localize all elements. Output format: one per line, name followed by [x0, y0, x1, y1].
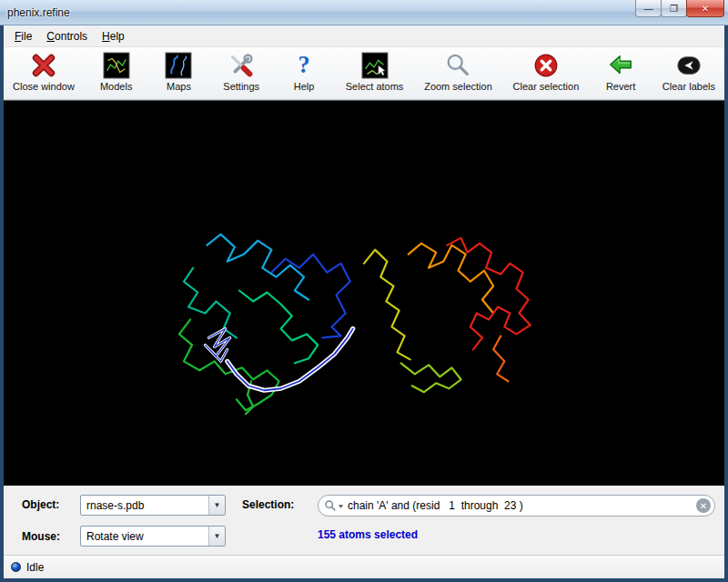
toolbar: Close window Models	[4, 47, 724, 100]
tool-label: Select atoms	[346, 81, 404, 92]
mouse-label: Mouse:	[22, 530, 60, 543]
select-atoms-icon	[360, 51, 389, 80]
help-button[interactable]: ? Help	[283, 51, 325, 92]
tool-label: Settings	[223, 81, 259, 92]
close-window-icon	[29, 51, 58, 80]
tool-label: Maps	[167, 81, 191, 92]
menu-bar: File Controls Help	[4, 25, 724, 47]
phenix-refine-window: phenix.refine — ❐ ✕ File Controls Help	[0, 0, 728, 582]
menu-controls[interactable]: Controls	[39, 27, 95, 45]
object-dropdown[interactable]: rnase-s.pdb ▼	[80, 495, 226, 516]
selection-input[interactable]	[344, 499, 696, 512]
menu-help[interactable]: Help	[95, 27, 132, 45]
status-text: Idle	[26, 561, 44, 574]
help-icon: ?	[289, 51, 318, 80]
clear-labels-icon	[674, 51, 703, 80]
tool-label: Clear labels	[662, 81, 715, 92]
maps-icon	[164, 51, 193, 80]
control-panel: Object: rnase-s.pdb ▼ Selection: ✕ Mouse…	[4, 486, 724, 555]
object-label: Object:	[22, 498, 59, 511]
models-icon	[102, 51, 131, 80]
select-atoms-button[interactable]: Select atoms	[346, 51, 404, 92]
maps-button[interactable]: Maps	[157, 51, 199, 92]
mouse-mode-dropdown[interactable]: Rotate view ▼	[80, 526, 226, 547]
minimize-button[interactable]: —	[635, 0, 662, 17]
revert-icon	[606, 51, 635, 80]
search-icon[interactable]	[324, 499, 344, 512]
selection-searchbox: ✕	[318, 495, 715, 517]
maximize-button[interactable]: ❐	[661, 0, 687, 17]
clear-input-icon[interactable]: ✕	[696, 498, 711, 513]
tool-label: Close window	[13, 81, 75, 92]
revert-button[interactable]: Revert	[600, 51, 642, 92]
window-title: phenix.refine	[7, 6, 70, 19]
settings-button[interactable]: Settings	[220, 51, 262, 92]
tool-label: Models	[100, 81, 132, 92]
zoom-selection-icon	[443, 51, 472, 80]
chevron-down-icon: ▼	[208, 496, 225, 515]
status-bar: Idle	[4, 555, 724, 578]
zoom-selection-button[interactable]: Zoom selection	[424, 51, 492, 92]
settings-icon	[227, 51, 256, 80]
object-value: rnase-s.pdb	[81, 499, 208, 512]
svg-text:?: ?	[298, 52, 309, 78]
close-window-button[interactable]: Close window	[13, 51, 75, 92]
atoms-selected-text: 155 atoms selected	[318, 528, 418, 541]
clear-selection-icon	[531, 51, 561, 80]
protein-backbone-render	[4, 101, 724, 486]
molecule-viewport[interactable]	[4, 100, 724, 486]
clear-selection-button[interactable]: Clear selection	[513, 51, 580, 92]
selection-label: Selection:	[242, 498, 294, 511]
mouse-mode-value: Rotate view	[81, 530, 208, 543]
tool-label: Zoom selection	[424, 81, 492, 92]
tool-label: Revert	[606, 81, 635, 92]
chevron-down-icon: ▼	[208, 527, 225, 546]
tool-label: Help	[294, 81, 315, 92]
tool-label: Clear selection	[513, 81, 580, 92]
close-button[interactable]: ✕	[686, 0, 724, 17]
clear-labels-button[interactable]: Clear labels	[662, 51, 715, 92]
window-content: File Controls Help Close window	[0, 25, 728, 582]
window-controls: — ❐ ✕	[636, 0, 724, 17]
status-led-icon	[11, 562, 21, 572]
menu-file[interactable]: File	[7, 27, 39, 45]
models-button[interactable]: Models	[96, 51, 137, 92]
title-bar[interactable]: phenix.refine — ❐ ✕	[0, 0, 728, 25]
